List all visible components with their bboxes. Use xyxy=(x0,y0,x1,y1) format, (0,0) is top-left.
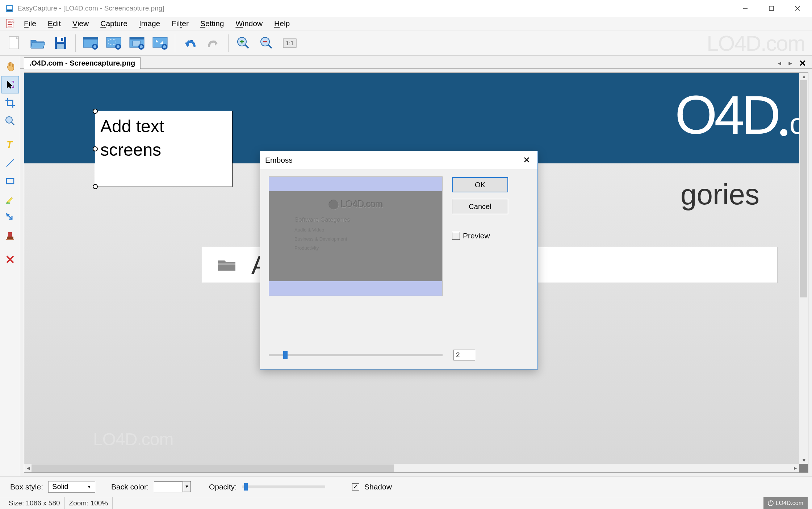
app-icon xyxy=(5,4,14,13)
scroll-up-icon[interactable]: ▲ xyxy=(801,74,807,79)
svg-point-31 xyxy=(163,45,166,48)
capture-fullscreen-button[interactable] xyxy=(80,33,101,53)
scroll-down-icon[interactable]: ▼ xyxy=(801,457,807,463)
menu-window[interactable]: Window xyxy=(230,17,268,30)
menu-help[interactable]: Help xyxy=(268,17,296,30)
main-toolbar: 1:1 LO4D.com xyxy=(0,30,812,56)
svg-point-19 xyxy=(93,45,96,48)
dialog-close-button[interactable]: ✕ xyxy=(521,155,532,165)
opacity-slider[interactable] xyxy=(242,485,325,488)
svg-rect-52 xyxy=(218,263,235,265)
horizontal-scrollbar[interactable]: ◄ ► xyxy=(24,464,799,472)
document-tab-bar: .O4D.com - Screencapture.png ◄ ► ✕ xyxy=(20,56,812,69)
preview-logo-text: ⬤ LO4D.com xyxy=(328,199,383,210)
banner-logo-text: O4D xyxy=(675,84,778,146)
tab-next-icon[interactable]: ► xyxy=(786,60,795,67)
arrow-tool[interactable] xyxy=(1,209,19,226)
undo-button[interactable] xyxy=(180,33,201,53)
footer-brand: LO4D.com xyxy=(763,497,808,509)
resize-handle-bl[interactable] xyxy=(93,184,98,189)
zoom-in-button[interactable] xyxy=(233,33,254,53)
resize-handle-tl[interactable] xyxy=(93,109,98,114)
svg-rect-25 xyxy=(130,37,144,39)
svg-line-42 xyxy=(12,122,14,125)
vertical-scroll-thumb[interactable] xyxy=(800,80,807,297)
emboss-dialog: Emboss ✕ ⬤ LO4D.com Software Categories … xyxy=(260,151,538,370)
emboss-slider-thumb[interactable] xyxy=(283,351,288,359)
redo-button[interactable] xyxy=(203,33,224,53)
cancel-button[interactable]: Cancel xyxy=(452,199,508,214)
side-toolbar: T xyxy=(0,56,20,476)
tab-close-icon[interactable]: ✕ xyxy=(797,58,808,68)
maximize-button[interactable] xyxy=(758,0,784,16)
new-button[interactable] xyxy=(4,33,25,53)
svg-rect-9 xyxy=(8,24,12,25)
menu-setting[interactable]: Setting xyxy=(194,17,230,30)
document-icon: DOC xyxy=(5,18,15,29)
toolbar-watermark: LO4D.com xyxy=(707,30,805,55)
stamp-tool[interactable] xyxy=(1,227,19,244)
capture-window-button[interactable] xyxy=(126,33,147,53)
preview-checkbox[interactable] xyxy=(452,232,460,240)
svg-rect-45 xyxy=(7,179,14,184)
svg-rect-1 xyxy=(7,6,12,9)
svg-rect-46 xyxy=(6,203,10,204)
document-tab[interactable]: .O4D.com - Screencapture.png xyxy=(24,57,141,69)
text-tool[interactable]: T xyxy=(1,136,19,154)
shadow-label: Shadow xyxy=(364,483,392,491)
save-button[interactable] xyxy=(50,33,71,53)
svg-rect-15 xyxy=(61,38,63,41)
svg-rect-48 xyxy=(7,237,13,239)
tab-prev-icon[interactable]: ◄ xyxy=(775,60,784,67)
preview-categories-text: Software Categories xyxy=(294,216,350,224)
ok-button[interactable]: OK xyxy=(452,177,508,192)
rectangle-tool[interactable] xyxy=(1,172,19,190)
menu-file[interactable]: File xyxy=(18,17,42,30)
menu-view[interactable]: View xyxy=(67,17,95,30)
minimize-button[interactable] xyxy=(732,0,758,16)
svg-text:1:1: 1:1 xyxy=(286,40,294,46)
close-button[interactable] xyxy=(784,0,811,16)
resize-handle-ml[interactable] xyxy=(93,146,98,151)
window-controls xyxy=(732,0,811,16)
box-style-select[interactable]: Solid▼ xyxy=(48,481,95,493)
capture-region-button[interactable] xyxy=(103,33,124,53)
svg-line-37 xyxy=(268,45,272,48)
menu-capture[interactable]: Capture xyxy=(95,17,133,30)
emboss-value-input[interactable] xyxy=(453,350,475,360)
capture-scroll-button[interactable] xyxy=(150,33,171,53)
preview-item-2: Business & Development xyxy=(294,236,347,242)
back-color-dropdown[interactable]: ▼ xyxy=(183,481,191,492)
window-title: EasyCapture - [LO4D.com - Screencapture.… xyxy=(17,4,732,12)
crop-tool[interactable] xyxy=(1,94,19,112)
menu-filter[interactable]: Filter xyxy=(166,17,194,30)
opacity-label: Opacity: xyxy=(209,483,237,491)
dialog-preview: ⬤ LO4D.com Software Categories Audio & V… xyxy=(269,176,443,296)
preview-checkbox-label: Preview xyxy=(463,231,490,240)
vertical-scrollbar[interactable]: ▲ ▼ xyxy=(799,73,808,464)
scroll-right-icon[interactable]: ► xyxy=(793,465,798,471)
emboss-slider[interactable] xyxy=(269,354,443,356)
folder-icon xyxy=(217,257,237,273)
open-button[interactable] xyxy=(27,33,48,53)
opacity-slider-thumb[interactable] xyxy=(244,483,248,491)
menu-edit[interactable]: Edit xyxy=(42,17,67,30)
hand-tool[interactable] xyxy=(1,58,19,75)
shadow-checkbox[interactable]: ✓ xyxy=(352,483,359,491)
menu-image[interactable]: Image xyxy=(133,17,166,30)
zoom-out-button[interactable] xyxy=(256,33,277,53)
scroll-left-icon[interactable]: ◄ xyxy=(26,465,31,471)
svg-point-28 xyxy=(140,45,143,48)
delete-tool[interactable] xyxy=(1,251,19,268)
text-annotation[interactable]: Add text screens xyxy=(95,111,233,187)
back-color-swatch[interactable] xyxy=(154,481,183,492)
pointer-tool[interactable] xyxy=(1,76,19,93)
highlighter-tool[interactable] xyxy=(1,191,19,208)
svg-text:DOC: DOC xyxy=(8,20,14,24)
svg-rect-49 xyxy=(6,239,14,240)
horizontal-scroll-thumb[interactable] xyxy=(32,464,394,472)
zoom-tool[interactable] xyxy=(1,112,19,130)
line-tool[interactable] xyxy=(1,154,19,172)
zoom-actual-button[interactable]: 1:1 xyxy=(279,33,300,53)
dialog-titlebar[interactable]: Emboss ✕ xyxy=(260,151,537,169)
